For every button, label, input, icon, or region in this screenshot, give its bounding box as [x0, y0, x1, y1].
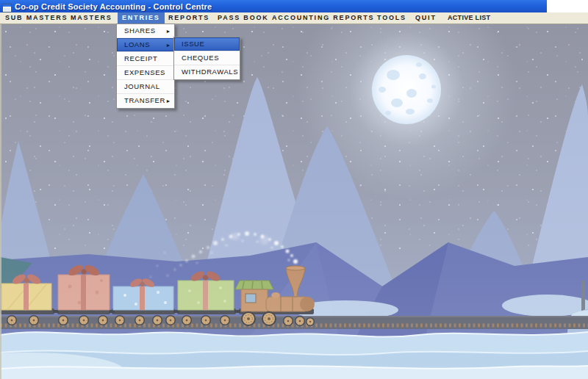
menu-bar: SUB MASTERS MASTERS ENTRIES REPORTS PASS… [0, 12, 588, 24]
menu-item-shares[interactable]: SHARES ► [117, 24, 174, 38]
menu-item-label: CHEQUES [182, 54, 219, 62]
loans-submenu: ISSUE CHEQUES WITHDRAWALS [173, 37, 240, 80]
menubar-item-masters[interactable]: MASTERS [71, 12, 112, 24]
menubar-item-entries[interactable]: ENTRIES [118, 12, 165, 24]
entries-dropdown-menu: SHARES ► LOANS ► RECEIPT EXPENSES JOURNA… [116, 24, 175, 109]
menubar-item-quit[interactable]: QUIT [415, 12, 437, 24]
application-window: Co-op Credit Society Accounting - Contro… [0, 0, 588, 379]
menu-item-loans[interactable]: LOANS ► [117, 38, 174, 52]
menu-item-label: TRANSFER [124, 96, 165, 104]
menu-item-receipt[interactable]: RECEIPT [117, 52, 174, 66]
menu-item-expenses[interactable]: EXPENSES [117, 66, 174, 80]
menubar-item-sub-masters[interactable]: SUB MASTERS [5, 12, 68, 24]
menu-item-label: EXPENSES [124, 68, 165, 76]
menu-item-cheques[interactable]: CHEQUES [174, 51, 240, 65]
menubar-item-pass-book[interactable]: PASS BOOK [218, 12, 269, 24]
submenu-arrow-icon: ► [165, 94, 171, 108]
window-left-border [0, 24, 1, 379]
menu-item-withdrawals[interactable]: WITHDRAWALS [174, 65, 240, 79]
menu-item-label: RECEIPT [124, 54, 157, 62]
menu-item-journal[interactable]: JOURNAL [117, 80, 174, 94]
menu-item-issue[interactable]: ISSUE [174, 37, 240, 51]
title-bar: Co-op Credit Society Accounting - Contro… [0, 0, 547, 12]
menu-item-label: WITHDRAWALS [182, 68, 238, 76]
menubar-item-tools[interactable]: TOOLS [377, 12, 406, 24]
menubar-item-accounting-reports[interactable]: ACCOUNTING REPORTS [272, 12, 374, 24]
submenu-arrow-icon: ► [165, 38, 171, 52]
menu-item-label: LOANS [124, 40, 150, 48]
menubar-item-active-list[interactable]: ACTIVE LIST [448, 12, 490, 24]
application-icon [2, 2, 12, 11]
desktop-wallpaper [0, 24, 588, 379]
menu-item-label: JOURNAL [124, 82, 160, 90]
menubar-item-reports[interactable]: REPORTS [168, 12, 209, 24]
menu-item-label: ISSUE [182, 40, 205, 48]
submenu-arrow-icon: ► [165, 24, 171, 38]
window-title: Co-op Credit Society Accounting - Contro… [15, 2, 212, 11]
menu-item-transfer[interactable]: TRANSFER ► [117, 94, 174, 108]
menu-item-label: SHARES [124, 26, 156, 35]
